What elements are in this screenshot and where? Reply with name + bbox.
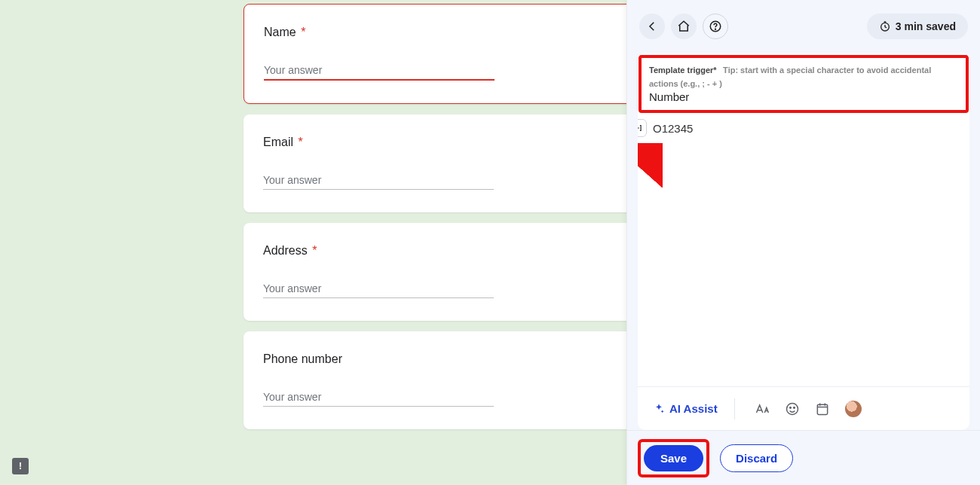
trigger-input[interactable] bbox=[649, 90, 958, 103]
required-asterisk: * bbox=[312, 244, 317, 257]
calendar-icon[interactable] bbox=[815, 401, 830, 416]
back-button[interactable] bbox=[639, 14, 665, 39]
emoji-icon[interactable] bbox=[785, 401, 800, 416]
required-asterisk: * bbox=[298, 136, 302, 148]
avatar-icon[interactable] bbox=[845, 401, 862, 417]
name-input[interactable] bbox=[264, 64, 495, 81]
field-label-text: Email bbox=[263, 136, 293, 148]
svg-point-4 bbox=[786, 403, 798, 414]
help-button[interactable] bbox=[703, 14, 728, 39]
email-input[interactable] bbox=[263, 174, 494, 190]
svg-point-5 bbox=[789, 407, 791, 408]
field-label-text: Address bbox=[263, 244, 308, 257]
template-content-row: O12345 bbox=[638, 119, 693, 137]
time-saved-chip: 3 min saved bbox=[867, 14, 968, 39]
panel-body: Template trigger* Tip: start with a spec… bbox=[638, 53, 969, 430]
svg-rect-7 bbox=[817, 404, 827, 414]
save-button[interactable]: Save bbox=[644, 445, 703, 471]
text-format-icon[interactable] bbox=[755, 401, 770, 416]
required-asterisk: * bbox=[301, 26, 305, 38]
trigger-label: Template trigger* bbox=[649, 66, 717, 75]
field-label-text: Phone number bbox=[263, 352, 342, 365]
svg-point-6 bbox=[793, 407, 795, 408]
svg-line-3 bbox=[638, 151, 648, 286]
discard-button[interactable]: Discard bbox=[720, 444, 793, 472]
annotation-arrow bbox=[638, 143, 663, 294]
stopwatch-icon bbox=[879, 20, 891, 32]
panel-header: 3 min saved bbox=[627, 0, 980, 53]
template-content-text[interactable]: O12345 bbox=[653, 122, 693, 135]
toolbar-separator bbox=[734, 398, 735, 419]
time-saved-text: 3 min saved bbox=[896, 20, 956, 32]
feedback-icon[interactable]: ! bbox=[12, 458, 29, 474]
ai-assist-button[interactable]: AI Assist bbox=[653, 402, 718, 415]
template-trigger-box: Template trigger* Tip: start with a spec… bbox=[639, 55, 969, 113]
home-button[interactable] bbox=[671, 14, 697, 39]
ai-assist-label: AI Assist bbox=[669, 402, 718, 415]
phone-input[interactable] bbox=[263, 391, 494, 407]
address-input[interactable] bbox=[263, 282, 494, 298]
svg-point-1 bbox=[715, 29, 716, 29]
editor-toolbar: AI Assist bbox=[638, 386, 969, 430]
field-label-text: Name bbox=[264, 26, 296, 38]
variable-icon[interactable] bbox=[638, 119, 647, 137]
assistant-panel: 3 min saved Template trigger* Tip: start… bbox=[626, 0, 980, 485]
save-highlight: Save bbox=[638, 439, 709, 477]
panel-footer: Save Discard bbox=[627, 430, 980, 485]
sparkle-icon bbox=[653, 403, 665, 415]
